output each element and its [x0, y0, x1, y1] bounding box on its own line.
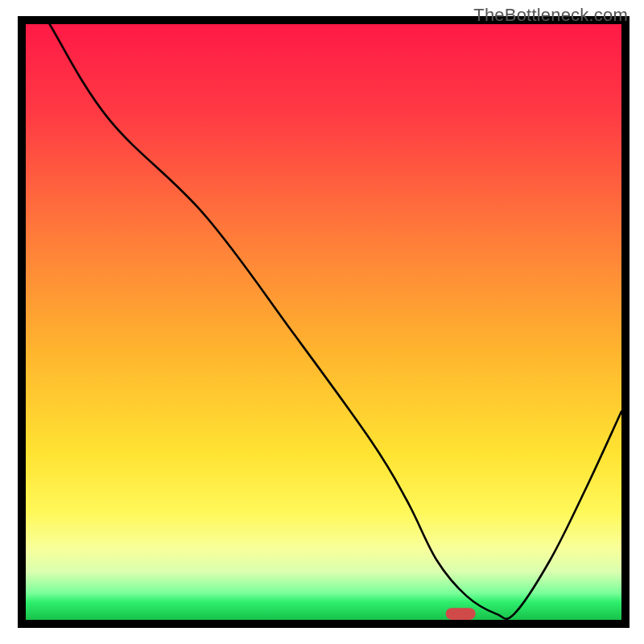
chart-frame: TheBottleneck.com	[0, 0, 644, 644]
plot-background	[26, 24, 621, 620]
watermark-text: TheBottleneck.com	[473, 5, 628, 26]
bottleneck-marker	[446, 608, 476, 620]
chart-svg	[0, 0, 644, 644]
